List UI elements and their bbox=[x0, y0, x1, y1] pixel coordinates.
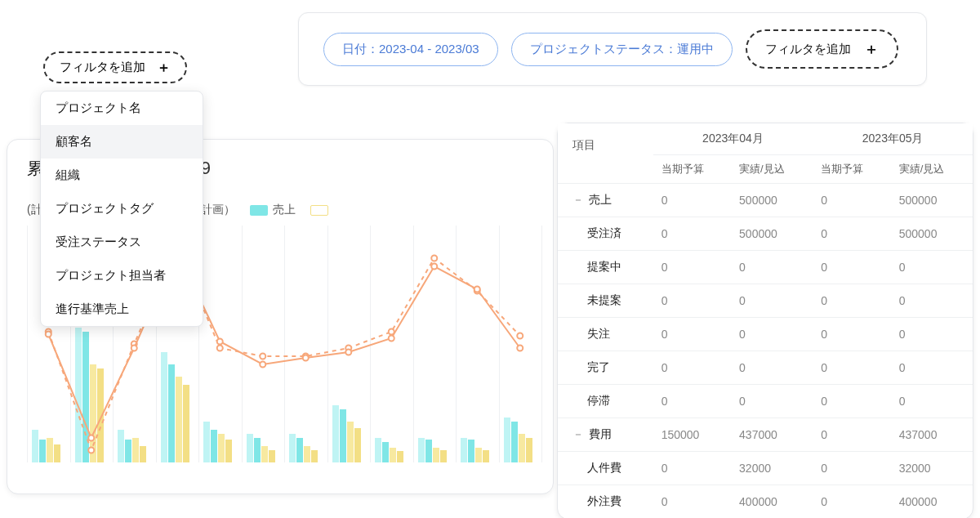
cell-value: 0 bbox=[813, 184, 890, 217]
table-row: 受注済05000000500000 bbox=[558, 217, 973, 251]
row-name: 外注費 bbox=[558, 485, 653, 519]
cell-value: 0 bbox=[813, 351, 890, 385]
legend-yellow bbox=[310, 205, 328, 216]
cell-value: 0 bbox=[653, 318, 731, 351]
legend-swatch bbox=[250, 205, 268, 216]
cell-value: 0 bbox=[653, 452, 731, 485]
add-filter-small-label: フィルタを追加 bbox=[60, 60, 145, 75]
svg-point-23 bbox=[517, 346, 523, 351]
plus-icon: ＋ bbox=[864, 39, 879, 59]
filter-option[interactable]: プロジェクトタグ bbox=[41, 192, 203, 226]
cell-value: 400000 bbox=[731, 485, 813, 519]
row-name: 受注済 bbox=[558, 217, 653, 251]
cell-value: 437000 bbox=[731, 418, 813, 452]
row-name: 未提案 bbox=[558, 284, 653, 318]
cell-value: 0 bbox=[891, 385, 973, 418]
cell-value: 150000 bbox=[653, 418, 731, 452]
svg-point-4 bbox=[217, 346, 223, 351]
row-name[interactable]: －費用 bbox=[558, 418, 653, 452]
col-item: 項目 bbox=[558, 123, 653, 184]
cell-value: 0 bbox=[813, 251, 890, 284]
date-filter-chip[interactable]: 日付：2023-04 - 2023/03 bbox=[323, 33, 498, 66]
svg-point-12 bbox=[46, 332, 51, 337]
cell-value: 32000 bbox=[891, 452, 973, 485]
table-row: 外注費04000000400000 bbox=[558, 485, 973, 519]
row-name: 提案中 bbox=[558, 251, 653, 284]
cell-value: 0 bbox=[653, 351, 731, 385]
filter-option[interactable]: 顧客名 bbox=[41, 125, 203, 159]
subcol: 当期予算 bbox=[653, 155, 731, 184]
subcol: 実績/見込 bbox=[731, 155, 813, 184]
add-filter-small-button[interactable]: フィルタを追加 ＋ bbox=[43, 51, 187, 83]
cell-value: 0 bbox=[891, 351, 973, 385]
table-card: 項目 2023年04月 2023年05月 当期予算 実績/見込 当期予算 実績/… bbox=[557, 123, 973, 518]
cell-value: 0 bbox=[653, 385, 731, 418]
cell-value: 500000 bbox=[731, 217, 813, 251]
col-month-2: 2023年05月 bbox=[813, 123, 973, 155]
plus-icon: ＋ bbox=[157, 58, 171, 77]
add-filter-button[interactable]: フィルタを追加 ＋ bbox=[746, 29, 898, 69]
svg-point-11 bbox=[517, 333, 523, 339]
table-row: 未提案0000 bbox=[558, 284, 973, 318]
cell-value: 0 bbox=[653, 184, 731, 217]
status-filter-chip[interactable]: プロジェクトステータス：運用中 bbox=[511, 33, 733, 66]
svg-point-21 bbox=[431, 264, 437, 270]
cell-value: 500000 bbox=[891, 217, 973, 251]
cell-value: 0 bbox=[731, 284, 813, 318]
svg-point-14 bbox=[131, 346, 137, 351]
cell-value: 0 bbox=[731, 351, 813, 385]
filter-dropdown: プロジェクト名顧客名組織プロジェクトタグ受注ステータスプロジェクト担当者進行基準… bbox=[40, 91, 203, 327]
cell-value: 0 bbox=[813, 284, 890, 318]
cell-value: 0 bbox=[653, 251, 731, 284]
table-row: 失注0000 bbox=[558, 318, 973, 351]
filter-option[interactable]: プロジェクト名 bbox=[41, 92, 203, 125]
cell-value: 0 bbox=[731, 385, 813, 418]
collapse-icon[interactable]: － bbox=[572, 427, 584, 442]
table-row: 提案中0000 bbox=[558, 251, 973, 284]
data-table: 項目 2023年04月 2023年05月 当期予算 実績/見込 当期予算 実績/… bbox=[558, 123, 973, 518]
cell-value: 0 bbox=[653, 485, 731, 519]
cell-value: 0 bbox=[891, 318, 973, 351]
row-name: 完了 bbox=[558, 351, 653, 385]
collapse-icon[interactable]: － bbox=[572, 193, 584, 208]
cell-value: 0 bbox=[731, 318, 813, 351]
svg-point-16 bbox=[217, 339, 223, 345]
add-filter-label: フィルタを追加 bbox=[765, 42, 851, 57]
svg-point-20 bbox=[389, 336, 394, 342]
row-name: 人件費 bbox=[558, 452, 653, 485]
cell-value: 0 bbox=[653, 217, 731, 251]
cell-value: 0 bbox=[653, 284, 731, 318]
add-filter-small-wrapper: フィルタを追加 ＋ プロジェクト名顧客名組織プロジェクトタグ受注ステータスプロジ… bbox=[43, 51, 187, 83]
svg-point-13 bbox=[88, 435, 94, 441]
filter-option[interactable]: プロジェクト担当者 bbox=[41, 259, 203, 292]
cell-value: 0 bbox=[813, 318, 890, 351]
table-row: －売上05000000500000 bbox=[558, 184, 973, 217]
cell-value: 0 bbox=[813, 418, 890, 452]
filter-option[interactable]: 組織 bbox=[41, 159, 203, 192]
subcol: 実績/見込 bbox=[891, 155, 973, 184]
cell-value: 0 bbox=[891, 284, 973, 318]
row-name: 停滞 bbox=[558, 385, 653, 418]
row-name[interactable]: －売上 bbox=[558, 184, 653, 217]
cell-value: 437000 bbox=[891, 418, 973, 452]
table-row: －費用1500004370000437000 bbox=[558, 418, 973, 452]
svg-point-19 bbox=[345, 350, 351, 355]
col-month-1: 2023年04月 bbox=[653, 123, 813, 155]
row-name: 失注 bbox=[558, 318, 653, 351]
cell-value: 0 bbox=[813, 485, 890, 519]
cell-value: 0 bbox=[813, 385, 890, 418]
cell-value: 500000 bbox=[731, 184, 813, 217]
svg-point-22 bbox=[474, 287, 480, 292]
filter-bar: 日付：2023-04 - 2023/03 プロジェクトステータス：運用中 フィル… bbox=[298, 12, 927, 86]
cell-value: 0 bbox=[813, 217, 890, 251]
table-row: 完了0000 bbox=[558, 351, 973, 385]
cell-value: 32000 bbox=[731, 452, 813, 485]
svg-point-5 bbox=[260, 354, 265, 359]
table-row: 停滞0000 bbox=[558, 385, 973, 418]
legend-sales: 売上 bbox=[250, 203, 296, 217]
filter-option[interactable]: 進行基準売上 bbox=[41, 292, 203, 326]
cell-value: 500000 bbox=[891, 184, 973, 217]
svg-point-18 bbox=[303, 355, 309, 361]
filter-option[interactable]: 受注ステータス bbox=[41, 226, 203, 259]
subcol: 当期予算 bbox=[813, 155, 890, 184]
